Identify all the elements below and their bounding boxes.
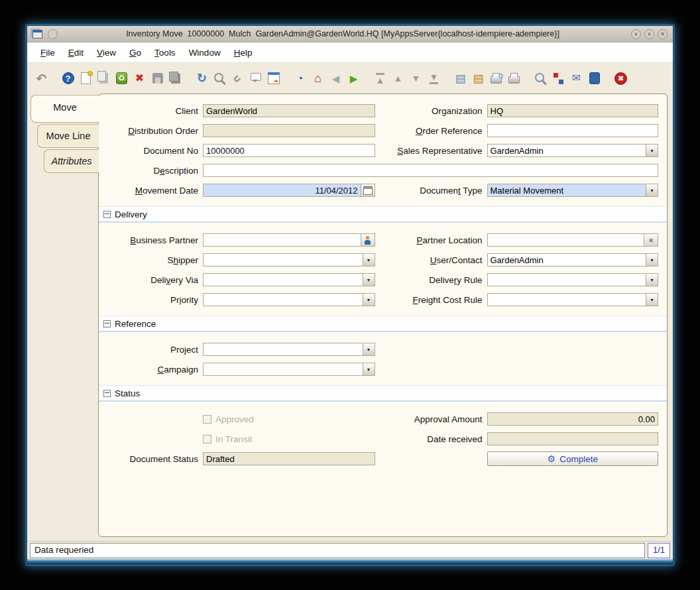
chevron-down-icon[interactable]: ▼ [646,294,658,306]
partner-location-field[interactable]: ≡ [487,233,659,247]
print-icon[interactable] [505,70,523,88]
distribution-order-field [203,124,375,137]
copy-record-icon[interactable] [95,70,113,88]
project-combo[interactable]: ▼ [203,343,375,356]
approved-label: Approved [215,414,254,424]
archive-icon[interactable]: ▤ [469,70,487,88]
print-preview-icon[interactable] [487,70,505,88]
request-icon[interactable]: ✉ [567,70,585,88]
description-label: Description [99,166,203,176]
help-icon[interactable]: ? [59,70,77,88]
shade-button[interactable]: ∨ [631,29,641,39]
chevron-down-icon[interactable]: ▼ [646,184,658,196]
menu-item-go[interactable]: Go [123,44,148,61]
chevron-down-icon[interactable]: ▼ [646,145,658,156]
chat-icon[interactable] [247,70,264,88]
save-icon[interactable] [148,70,166,88]
menu-item-help[interactable]: Help [227,44,259,61]
approval-amount-label: Approval Amount [383,414,487,424]
workflow-icon[interactable] [550,70,567,88]
menu-item-view[interactable]: View [90,44,123,61]
movement-date-field[interactable]: 11/04/2012 [203,184,375,197]
address-icon: ≡ [650,237,653,244]
client-label: Client [99,106,203,116]
chevron-down-icon[interactable]: ▼ [646,254,658,266]
priority-combo[interactable]: ▼ [203,293,375,306]
history-icon[interactable]: ◔ [291,70,309,88]
shipper-combo[interactable]: ▼ [203,253,375,266]
date-received-label: Date received [383,434,487,444]
collapse-toggle-icon[interactable] [103,320,111,327]
maximize-button[interactable]: ∧ [644,29,654,39]
refresh-icon[interactable]: ↻ [193,70,211,88]
campaign-combo[interactable]: ▼ [203,363,375,376]
order-reference-label: Order Reference [383,126,487,136]
undo-icon[interactable]: ↶ [32,70,50,88]
user-contact-combo[interactable]: GardenAdmin ▼ [487,253,659,266]
freight-cost-rule-label: Freight Cost Rule [383,295,487,305]
business-partner-lookup-button[interactable] [361,234,375,246]
tab-attributes[interactable]: Attributes [44,149,99,173]
delivery-via-label: Delivery Via [99,275,203,285]
tab-move-line[interactable]: Move Line [37,124,99,148]
window-title: Inventory Move 10000000 Mulch GardenAdmi… [58,29,628,38]
zoom-across-icon[interactable] [532,70,550,88]
menu-item-edit[interactable]: Edit [62,44,90,61]
approval-amount-field: 0.00 [487,412,659,426]
description-input[interactable] [203,164,658,177]
sales-rep-combo[interactable]: GardenAdmin ▼ [487,144,659,157]
calendar-icon [363,186,373,195]
report-icon[interactable]: ▤ [451,70,469,88]
find-icon[interactable] [211,70,229,88]
delivery-via-combo[interactable]: ▼ [203,273,375,286]
app-window: Inventory Move 10000000 Mulch GardenAdmi… [27,25,673,565]
collapse-toggle-icon[interactable] [103,211,111,218]
product-info-icon[interactable] [585,70,603,88]
delivery-rule-combo[interactable]: ▼ [487,273,659,286]
chevron-down-icon[interactable]: ▼ [363,294,375,306]
chevron-down-icon[interactable]: ▼ [363,343,375,355]
chevron-down-icon[interactable]: ▼ [646,274,658,286]
window-icon [32,30,42,38]
business-partner-field[interactable] [203,233,375,247]
order-reference-input[interactable] [487,124,659,137]
previous-record-icon[interactable]: ▲ [389,70,407,88]
calendar-icon[interactable] [264,70,282,88]
menu-item-window[interactable]: Window [182,44,227,61]
next-record-icon[interactable]: ▼ [407,70,425,88]
chevron-down-icon[interactable]: ▼ [363,254,375,266]
last-record-icon[interactable]: ▼ [425,70,443,88]
save-create-icon[interactable] [166,70,184,88]
detail-record-icon[interactable]: ▶ [345,70,363,88]
calendar-picker-button[interactable] [361,184,375,196]
freight-cost-rule-combo[interactable]: ▼ [487,293,659,306]
chevron-down-icon[interactable]: ▼ [363,363,375,375]
delete-icon[interactable]: ✖ [131,70,148,88]
ignore-icon[interactable]: ♻ [113,70,131,88]
complete-button[interactable]: ⚙ Complete [487,451,659,466]
end-icon[interactable]: ✖ [612,70,630,88]
date-received-field [487,432,659,445]
status-section-header: Status [99,385,667,402]
close-button[interactable]: ✕ [658,29,668,39]
attachment-icon[interactable]: ∪ [229,70,247,88]
menu-item-file[interactable]: File [34,44,62,61]
document-type-combo[interactable]: Material Movement ▼ [487,184,659,197]
menu-item-tools[interactable]: Tools [148,44,182,61]
tab-move[interactable]: Move [30,95,99,123]
record-indicator: 1/1 [648,543,670,558]
window-menu-button[interactable] [48,29,58,39]
toolbar: ↶?♻✖↻∪◔⌂◀▶▲▲▼▼▤▤✉✖ [27,63,673,93]
first-record-icon[interactable]: ▲ [371,70,389,88]
movement-date-label: Movement Date [99,186,203,196]
location-lookup-button[interactable]: ≡ [644,234,658,246]
document-no-input[interactable] [203,144,375,157]
reference-section-title: Reference [115,319,156,329]
collapse-toggle-icon[interactable] [103,390,111,397]
new-record-icon[interactable] [77,70,95,88]
parent-record-icon[interactable]: ◀ [327,70,345,88]
home-icon[interactable]: ⌂ [309,70,327,88]
in-transit-checkbox [203,435,211,443]
chevron-down-icon[interactable]: ▼ [363,274,375,286]
distribution-order-label: Distribution Order [99,126,203,136]
